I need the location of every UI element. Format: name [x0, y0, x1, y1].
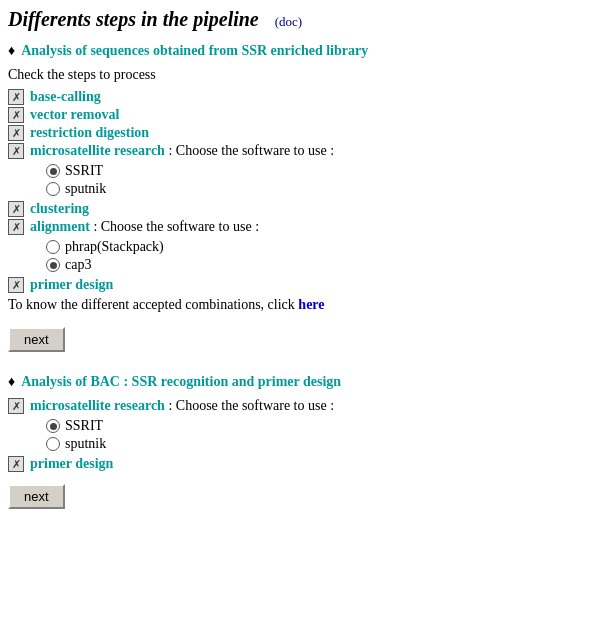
radio-sputnik[interactable]: [46, 182, 60, 196]
next-button-section1[interactable]: next: [8, 327, 65, 352]
here-link[interactable]: here: [298, 297, 324, 312]
step-label-microsatellite-research-2[interactable]: microsatellite research: [30, 398, 165, 414]
step-restriction-digestion: ✗ restriction digestion: [8, 125, 582, 141]
bullet1: ♦: [8, 43, 15, 59]
check-steps-text: Check the steps to process: [8, 67, 582, 83]
step-primer-design-2: ✗ primer design: [8, 456, 582, 472]
step-label-primer-design[interactable]: primer design: [30, 277, 113, 293]
checkbox-microsatellite-research[interactable]: ✗: [8, 143, 24, 159]
radio-cap3[interactable]: [46, 258, 60, 272]
step-label-base-calling[interactable]: base-calling: [30, 89, 101, 105]
checkbox-microsatellite-research-2[interactable]: ✗: [8, 398, 24, 414]
radio-row-cap3: cap3: [46, 257, 582, 273]
checkbox-clustering[interactable]: ✗: [8, 201, 24, 217]
step-alignment: ✗ alignment : Choose the software to use…: [8, 219, 582, 273]
step-microsatellite-research: ✗ microsatellite research : Choose the s…: [8, 143, 582, 197]
radio-row-sputnik-2: sputnik: [46, 436, 582, 452]
step-desc-microsatellite-research-2: : Choose the software to use :: [165, 398, 334, 414]
step-desc-microsatellite-research: : Choose the software to use :: [165, 143, 334, 159]
radio-group-microsatellite: SSRIT sputnik: [46, 163, 582, 197]
section1: ♦ Analysis of sequences obtained from SS…: [8, 43, 582, 366]
section2: ♦ Analysis of BAC : SSR recognition and …: [8, 374, 582, 523]
radio-row-ssrit: SSRIT: [46, 163, 582, 179]
step-desc-alignment: : Choose the software to use :: [90, 219, 259, 235]
radio-label-ssrit: SSRIT: [65, 163, 103, 179]
step-primer-design: ✗ primer design: [8, 277, 582, 293]
radio-row-ssrit-2: SSRIT: [46, 418, 582, 434]
section2-header[interactable]: Analysis of BAC : SSR recognition and pr…: [21, 374, 341, 390]
step-clustering: ✗ clustering: [8, 201, 582, 217]
click-text: To know the different accepted combinati…: [8, 297, 582, 313]
step-label-alignment[interactable]: alignment: [30, 219, 90, 235]
step-microsatellite-research-2: ✗ microsatellite research : Choose the s…: [8, 398, 582, 452]
radio-label-sputnik-2: sputnik: [65, 436, 106, 452]
checkbox-alignment[interactable]: ✗: [8, 219, 24, 235]
step-label-vector-removal[interactable]: vector removal: [30, 107, 119, 123]
doc-link[interactable]: (doc): [275, 14, 302, 30]
checkbox-primer-design[interactable]: ✗: [8, 277, 24, 293]
checkbox-base-calling[interactable]: ✗: [8, 89, 24, 105]
step-base-calling: ✗ base-calling: [8, 89, 582, 105]
radio-row-phrap: phrap(Stackpack): [46, 239, 582, 255]
radio-group-microsatellite-2: SSRIT sputnik: [46, 418, 582, 452]
radio-group-alignment: phrap(Stackpack) cap3: [46, 239, 582, 273]
radio-sputnik-2[interactable]: [46, 437, 60, 451]
checkbox-vector-removal[interactable]: ✗: [8, 107, 24, 123]
checkbox-restriction-digestion[interactable]: ✗: [8, 125, 24, 141]
radio-label-cap3: cap3: [65, 257, 91, 273]
bullet2: ♦: [8, 374, 15, 390]
section1-header[interactable]: Analysis of sequences obtained from SSR …: [21, 43, 368, 59]
radio-row-sputnik: sputnik: [46, 181, 582, 197]
radio-label-ssrit-2: SSRIT: [65, 418, 103, 434]
checkbox-primer-design-2[interactable]: ✗: [8, 456, 24, 472]
step-label-clustering[interactable]: clustering: [30, 201, 89, 217]
radio-label-sputnik: sputnik: [65, 181, 106, 197]
step-label-restriction-digestion[interactable]: restriction digestion: [30, 125, 149, 141]
step-label-microsatellite-research[interactable]: microsatellite research: [30, 143, 165, 159]
radio-ssrit[interactable]: [46, 164, 60, 178]
click-text-label: To know the different accepted combinati…: [8, 297, 298, 312]
step-label-primer-design-2[interactable]: primer design: [30, 456, 113, 472]
radio-phrap[interactable]: [46, 240, 60, 254]
radio-label-phrap: phrap(Stackpack): [65, 239, 164, 255]
next-button-section2[interactable]: next: [8, 484, 65, 509]
radio-ssrit-2[interactable]: [46, 419, 60, 433]
page-title: Differents steps in the pipeline: [8, 8, 259, 31]
step-vector-removal: ✗ vector removal: [8, 107, 582, 123]
